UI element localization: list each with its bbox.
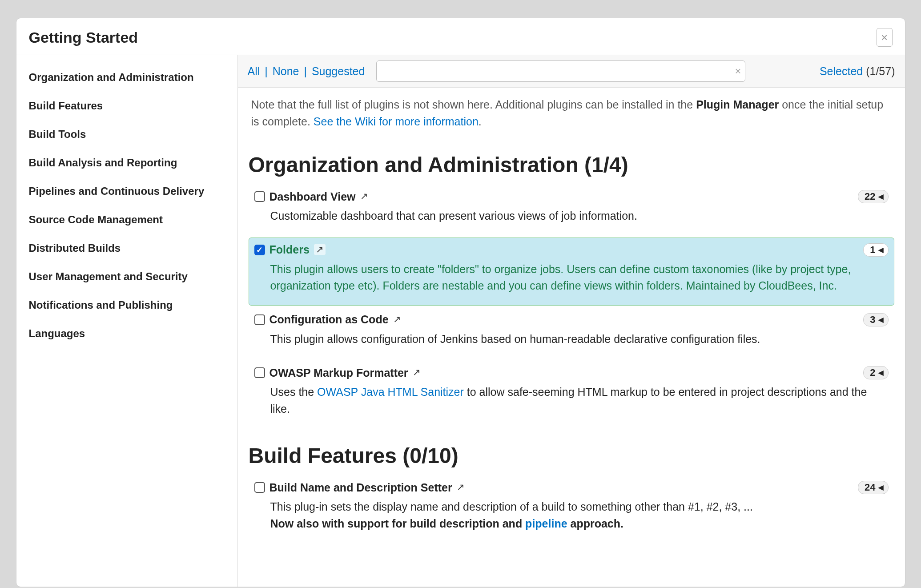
- filter-all[interactable]: All: [248, 65, 260, 77]
- dependency-count: 3: [870, 314, 875, 326]
- selected-label[interactable]: Selected: [820, 65, 863, 77]
- chevron-left-icon: ◀: [878, 483, 884, 491]
- chevron-left-icon: ◀: [878, 316, 884, 324]
- dependency-badge[interactable]: 1◀: [863, 243, 888, 257]
- search-clear-icon[interactable]: ×: [735, 65, 741, 77]
- close-button[interactable]: ×: [877, 28, 893, 47]
- setup-wizard-modal: Getting Started × Organization and Admin…: [16, 18, 905, 587]
- wiki-link[interactable]: See the Wiki for more information: [314, 115, 479, 128]
- plugin-name: Folders: [269, 243, 310, 256]
- selected-number: (1/57): [866, 65, 895, 77]
- plugin-checkbox[interactable]: [254, 314, 265, 325]
- plugin-list-scroll[interactable]: Note that the full list of plugins is no…: [238, 88, 905, 587]
- filter-links: All | None | Suggested: [248, 65, 365, 78]
- sidebar-item-user-mgmt[interactable]: User Management and Security: [29, 262, 225, 291]
- plugin-description: This plugin allows users to create "fold…: [254, 257, 889, 300]
- plugin-description: This plugin allows configuration of Jenk…: [254, 326, 889, 353]
- sidebar-item-pipelines[interactable]: Pipelines and Continuous Delivery: [29, 177, 225, 205]
- sidebar-item-distributed[interactable]: Distributed Builds: [29, 234, 225, 262]
- plugin-header: Build Name and Description Setter↗24◀: [254, 481, 889, 494]
- dependency-badge[interactable]: 2◀: [863, 366, 888, 379]
- dependency-badge[interactable]: 22◀: [858, 190, 888, 203]
- external-link-icon[interactable]: ↗: [360, 191, 368, 201]
- sidebar-item-languages[interactable]: Languages: [29, 319, 225, 348]
- sidebar-item-organization[interactable]: Organization and Administration: [29, 63, 225, 92]
- search-wrap: ×: [376, 60, 745, 82]
- plugin-section: Build Features (0/10)Build Name and Desc…: [238, 430, 905, 543]
- dependency-count: 1: [870, 244, 875, 256]
- plugin-header: Dashboard View↗22◀: [254, 190, 889, 203]
- dependency-count: 22: [865, 191, 875, 202]
- plugin-item: Folders↗1◀This plugin allows users to cr…: [249, 238, 894, 306]
- close-icon: ×: [881, 32, 888, 43]
- selected-count: Selected (1/57): [820, 65, 895, 78]
- modal-header: Getting Started ×: [16, 18, 905, 55]
- dependency-count: 2: [870, 367, 875, 379]
- modal-body: Organization and Administration Build Fe…: [16, 55, 905, 587]
- plugin-manager-notice: Note that the full list of plugins is no…: [238, 88, 905, 139]
- sidebar-item-notifications[interactable]: Notifications and Publishing: [29, 291, 225, 319]
- dependency-count: 24: [865, 482, 875, 493]
- section-title: Build Features (0/10): [249, 430, 894, 475]
- plugin-name: Dashboard View: [269, 190, 356, 203]
- section-title: Organization and Administration (1/4): [249, 139, 894, 184]
- filter-suggested[interactable]: Suggested: [312, 65, 365, 77]
- plugin-item: Build Name and Description Setter↗24◀Thi…: [249, 475, 894, 543]
- modal-title: Getting Started: [29, 29, 138, 46]
- category-sidebar: Organization and Administration Build Fe…: [16, 55, 238, 587]
- plugin-description: This plug-in sets the display name and d…: [254, 494, 889, 537]
- dependency-badge[interactable]: 24◀: [858, 481, 888, 494]
- plugin-description: Uses the OWASP Java HTML Sanitizer to al…: [254, 379, 889, 423]
- sidebar-item-scm[interactable]: Source Code Management: [29, 205, 225, 234]
- external-link-icon[interactable]: ↗: [314, 244, 326, 255]
- toolbar: All | None | Suggested × Selected (1/57): [238, 55, 905, 88]
- external-link-icon[interactable]: ↗: [393, 314, 401, 325]
- plugin-description: Customizable dashboard that can present …: [254, 203, 889, 230]
- chevron-left-icon: ◀: [878, 193, 884, 201]
- external-link-icon[interactable]: ↗: [457, 482, 465, 492]
- sidebar-item-build-analysis[interactable]: Build Analysis and Reporting: [29, 149, 225, 177]
- chevron-left-icon: ◀: [878, 246, 884, 254]
- plugin-checkbox[interactable]: [254, 482, 265, 493]
- plugin-section: Organization and Administration (1/4)Das…: [238, 139, 905, 428]
- plugin-item: Configuration as Code↗3◀This plugin allo…: [249, 307, 894, 359]
- plugin-header: Configuration as Code↗3◀: [254, 313, 889, 326]
- search-input[interactable]: [376, 60, 745, 82]
- external-link-icon[interactable]: ↗: [413, 367, 421, 378]
- main-panel: All | None | Suggested × Selected (1/57): [238, 55, 905, 587]
- chevron-left-icon: ◀: [878, 369, 884, 377]
- plugin-checkbox[interactable]: [254, 191, 265, 202]
- plugin-name: Build Name and Description Setter: [269, 481, 452, 494]
- plugin-item: Dashboard View↗22◀Customizable dashboard…: [249, 184, 894, 236]
- sidebar-item-build-tools[interactable]: Build Tools: [29, 120, 225, 149]
- dependency-badge[interactable]: 3◀: [863, 313, 888, 326]
- plugin-header: Folders↗1◀: [254, 243, 889, 257]
- plugin-checkbox[interactable]: [254, 245, 265, 255]
- plugin-name: Configuration as Code: [269, 313, 389, 326]
- plugin-header: OWASP Markup Formatter↗2◀: [254, 366, 889, 379]
- plugin-checkbox[interactable]: [254, 367, 265, 378]
- plugin-name: OWASP Markup Formatter: [269, 366, 408, 379]
- sidebar-item-build-features[interactable]: Build Features: [29, 92, 225, 120]
- filter-none[interactable]: None: [273, 65, 299, 77]
- plugin-item: OWASP Markup Formatter↗2◀Uses the OWASP …: [249, 360, 894, 428]
